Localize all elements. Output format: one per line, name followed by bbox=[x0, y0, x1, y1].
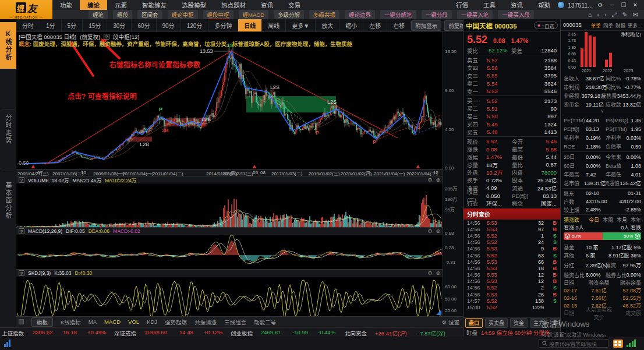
concept-label[interactable]: 概念 bbox=[512, 199, 533, 207]
sidebar-tab-K线分析[interactable]: K线分析 bbox=[0, 22, 16, 69]
close-icon[interactable]: ⊗ bbox=[436, 270, 440, 276]
period-tab-90分[interactable]: 90分 bbox=[157, 19, 181, 31]
guess-tab-本月[interactable]: 本月 bbox=[617, 216, 627, 224]
period-tab-15分[interactable]: 15分 bbox=[83, 19, 107, 31]
report-period-tab-更多...[interactable]: 更多... bbox=[628, 22, 642, 29]
minimize-icon[interactable]: ─ bbox=[608, 2, 616, 8]
period-tab-更多▼[interactable]: 更多▼ bbox=[286, 19, 316, 31]
thumb-down-icon[interactable]: ▼ bbox=[635, 234, 640, 239]
tool-button-一键分段[interactable]: 一键分段 bbox=[422, 10, 452, 19]
indicator-tab-动能二号[interactable]: 动能二号 bbox=[254, 318, 276, 326]
thumb-up-icon[interactable]: ▲ bbox=[565, 234, 570, 239]
template-button[interactable]: 模板 bbox=[31, 317, 53, 327]
feedback-icon[interactable]: ✉ bbox=[633, 11, 638, 19]
settings-gear-icon[interactable]: ⚙ bbox=[596, 2, 604, 8]
guess-tab-今日[interactable]: 今日 bbox=[589, 216, 599, 224]
menu-item-行情[interactable]: 行情 bbox=[448, 0, 476, 10]
stock-search-box[interactable]: 股票代码/首字母/板块 bbox=[539, 339, 608, 348]
period-tab-多分钟[interactable]: 多分钟 bbox=[208, 19, 238, 31]
indicator-tab-MACD[interactable]: MACD bbox=[104, 319, 121, 325]
industry-value[interactable]: 环保... bbox=[486, 199, 512, 207]
watch-message[interactable]: 14:59 保立佳 60分钟 分型笔 bbox=[481, 328, 550, 337]
menu-item-交易[interactable]: 交易 bbox=[281, 0, 308, 10]
tool-button-缠段[interactable]: 缠段 bbox=[113, 10, 132, 19]
add-favorite-button[interactable]: ♥+自选 bbox=[534, 22, 558, 29]
close-icon[interactable]: ⊗ bbox=[436, 228, 440, 234]
sidebar-tab-分时走势[interactable]: 分时走势 bbox=[0, 111, 16, 148]
menu-item-资讯[interactable]: 资讯 bbox=[503, 0, 530, 10]
resize-handle[interactable] bbox=[436, 310, 441, 315]
menu-item-选股模型[interactable]: 选股模型 bbox=[174, 0, 214, 10]
tool-button-一键分解笔[interactable]: 一键分解笔 bbox=[380, 10, 416, 19]
tool-button-缠论边界[interactable]: 缠论边界 bbox=[345, 10, 375, 19]
period-tab-1分[interactable]: 1分 bbox=[40, 19, 62, 31]
period-tab-分时[interactable]: 分时 bbox=[16, 19, 40, 31]
tool-button-缠论中枢[interactable]: 缠论中枢 bbox=[168, 10, 198, 19]
indicator-tab-共振消涨[interactable]: 共振消涨 bbox=[194, 318, 217, 326]
quote-tab-盘口[interactable]: 盘口 bbox=[465, 318, 483, 328]
period-tab-右移[interactable]: 右移 bbox=[387, 19, 411, 31]
menu-item-资讯[interactable]: 资讯 bbox=[253, 0, 281, 10]
draw-icon[interactable]: ✎ bbox=[622, 11, 628, 19]
tool-button-缠MACD[interactable]: 缠MACD bbox=[239, 10, 268, 19]
help-icon[interactable]: ? bbox=[104, 34, 109, 40]
tool-button-多级分解[interactable]: 多级分解 bbox=[274, 10, 304, 19]
help-icon[interactable]: ? bbox=[19, 228, 24, 234]
period-tab-日线[interactable]: 日线 bbox=[238, 19, 262, 31]
settings-icon[interactable]: ⚙ bbox=[427, 270, 432, 276]
expand-chevron-icon[interactable]: ∨ bbox=[561, 109, 644, 114]
fullscreen-icon[interactable]: ⤢ bbox=[612, 11, 617, 19]
indicator-tab-三线组合[interactable]: 三线组合 bbox=[224, 318, 246, 326]
period-tab-30分[interactable]: 30分 bbox=[107, 19, 132, 31]
report-period-tab-单季[interactable]: 单季 bbox=[591, 22, 601, 29]
close-window-icon[interactable]: ✕ bbox=[631, 2, 639, 8]
quote-tab-主力[interactable]: 主力 bbox=[530, 318, 547, 328]
tool-button-缠段中枢[interactable]: 缠段中枢 bbox=[203, 10, 233, 19]
indicator-tab-强势起爆[interactable]: 强势起爆 bbox=[165, 318, 187, 326]
stock-picker-icon[interactable] bbox=[613, 340, 623, 348]
chart-option-附加显示[interactable]: 附加显示 bbox=[411, 20, 441, 31]
period-tab-缩小[interactable]: 缩小 bbox=[339, 19, 363, 31]
guess-tab-本周[interactable]: 本周 bbox=[603, 216, 613, 224]
indicator-settings[interactable]: ⚙ 设置 bbox=[442, 318, 459, 326]
tool-button-缠笔[interactable]: 缠笔 bbox=[89, 10, 108, 19]
sidebar-tab-基本面分析[interactable]: 基本面分析 bbox=[0, 172, 16, 228]
period-tab-放大[interactable]: 放大 bbox=[316, 19, 339, 31]
signal-bars-icon[interactable] bbox=[627, 340, 636, 347]
period-tab-120分[interactable]: 120分 bbox=[181, 19, 209, 31]
close-icon[interactable]: ⊗ bbox=[436, 177, 440, 183]
menu-item-工具[interactable]: 工具 bbox=[476, 0, 503, 10]
help-icon[interactable]: ? bbox=[19, 177, 24, 183]
period-tab-5分[interactable]: 5分 bbox=[62, 19, 83, 31]
maximize-icon[interactable]: ☐ bbox=[620, 2, 628, 8]
user-name[interactable]: 137511... bbox=[568, 2, 593, 9]
indicator-tab-VOL[interactable]: VOL bbox=[128, 319, 139, 325]
help-icon[interactable]: ? bbox=[19, 270, 24, 276]
quote-tab-买卖盘[interactable]: 买卖盘 bbox=[485, 318, 508, 328]
guess-tab-本年[interactable]: 本年 bbox=[631, 216, 641, 224]
mini-stats-icon[interactable] bbox=[4, 340, 13, 347]
user-avatar[interactable] bbox=[558, 2, 564, 8]
tool-button-区间套[interactable]: 区间套 bbox=[137, 10, 162, 19]
industry-label[interactable]: 行业 bbox=[467, 199, 486, 207]
indicator-tab-MA[interactable]: MA bbox=[89, 319, 97, 325]
menu-item-智能缠友[interactable]: 智能缠友 bbox=[135, 0, 174, 10]
period-tab-周线[interactable]: 周线 bbox=[262, 19, 286, 31]
template-icon[interactable] bbox=[19, 319, 24, 324]
settings-icon[interactable]: ⚙ bbox=[427, 228, 432, 234]
sentiment-bar[interactable]: ▲50%50%▼ bbox=[564, 232, 641, 240]
report-period-tab-财报[interactable]: 财报 bbox=[615, 22, 625, 29]
tool-button-一键买入段[interactable]: 一键买入段 bbox=[498, 10, 534, 19]
menu-item-功能[interactable]: 功能 bbox=[52, 0, 80, 10]
menu-item-元素[interactable]: 元素 bbox=[107, 0, 135, 10]
quote-tab-资金[interactable]: 资金 bbox=[510, 318, 528, 328]
forward-icon[interactable]: › bbox=[604, 11, 607, 19]
period-tab-左移[interactable]: 左移 bbox=[363, 19, 387, 31]
settings-icon[interactable]: ⚙ bbox=[427, 177, 432, 183]
tool-button-一键买入笔[interactable]: 一键买入笔 bbox=[457, 10, 493, 19]
back-icon[interactable]: ‹ bbox=[597, 11, 599, 19]
period-tab-60分[interactable]: 60分 bbox=[132, 19, 156, 31]
indicator-tab-KDJ[interactable]: KDJ bbox=[147, 319, 157, 325]
tool-button-多级共振[interactable]: 多级共振 bbox=[309, 10, 339, 19]
menu-item-缠论[interactable]: 缠论 bbox=[80, 0, 107, 10]
